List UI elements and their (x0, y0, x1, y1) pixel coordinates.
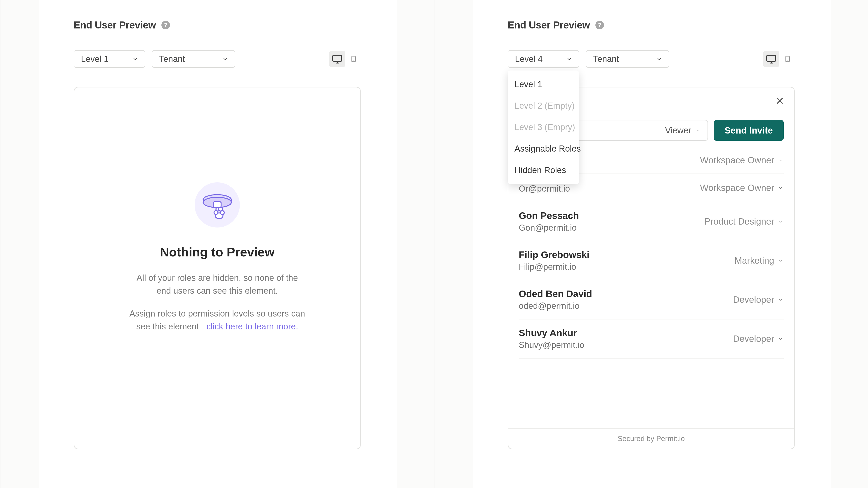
user-role-value: Developer (733, 295, 774, 305)
device-toggle (763, 51, 796, 67)
user-role-select[interactable]: Marketing (735, 256, 784, 266)
user-role-value: Product Designer (704, 217, 774, 227)
svg-rect-13 (767, 55, 776, 61)
level-select[interactable]: Level 4 (508, 50, 579, 68)
svg-rect-0 (333, 55, 342, 61)
secured-footer: Secured by Permit.io (508, 428, 794, 449)
level-option[interactable]: Hidden Roles (508, 160, 579, 181)
chevron-down-icon (132, 56, 138, 62)
help-icon[interactable]: ? (161, 21, 170, 29)
send-invite-button[interactable]: Send Invite (714, 120, 784, 141)
user-email: Or@permit.io (519, 184, 570, 194)
mobile-view-button[interactable] (779, 51, 796, 67)
tenant-select-value: Tenant (159, 54, 185, 64)
level-select-value: Level 1 (81, 54, 109, 64)
user-email: Shuvy@permit.io (519, 340, 584, 350)
preview-frame: Nothing to Preview All of your roles are… (74, 87, 361, 449)
user-row: Filip Grebowski Filip@permit.io Marketin… (519, 241, 784, 281)
level-option[interactable]: Assignable Roles (508, 138, 579, 160)
chevron-down-icon (777, 258, 784, 264)
desktop-view-button[interactable] (763, 51, 779, 67)
user-role-select[interactable]: Product Designer (704, 217, 784, 227)
user-row: Gon Pessach Gon@permit.io Product Design… (519, 202, 784, 241)
chevron-down-icon (222, 56, 228, 62)
user-role-select[interactable]: Workspace Owner (700, 155, 784, 165)
svg-point-12 (219, 207, 222, 211)
invite-role-select[interactable]: Viewer (665, 126, 701, 135)
chevron-down-icon (566, 56, 572, 62)
close-button[interactable] (775, 96, 784, 105)
page-title: End User Preview (74, 20, 156, 31)
learn-more-link[interactable]: click here to learn more. (206, 322, 298, 331)
chevron-down-icon (777, 157, 784, 164)
level-option: Level 2 (Empty) (508, 95, 579, 117)
page-title: End User Preview (508, 20, 590, 31)
user-email: Gon@permit.io (519, 223, 579, 233)
user-row: Oded Ben David oded@permit.io Developer (519, 281, 784, 320)
user-role-select[interactable]: Developer (733, 295, 784, 305)
chevron-down-icon (777, 336, 784, 342)
user-role-value: Workspace Owner (700, 155, 774, 165)
level-option: Level 3 (Empry) (508, 117, 579, 138)
tenant-select[interactable]: Tenant (586, 50, 669, 68)
level-select[interactable]: Level 1 (74, 50, 145, 68)
empty-heading: Nothing to Preview (129, 245, 305, 259)
user-name: Filip Grebowski (519, 250, 590, 260)
user-email: oded@permit.io (519, 301, 592, 311)
tenant-select-value: Tenant (593, 54, 619, 64)
level-dropdown: Level 1 Level 2 (Empty) Level 3 (Empry) … (508, 70, 579, 184)
device-toggle (329, 51, 362, 67)
level-option[interactable]: Level 1 (508, 74, 579, 95)
user-role-value: Workspace Owner (700, 183, 774, 193)
user-role-value: Marketing (735, 256, 774, 266)
chevron-down-icon (777, 185, 784, 191)
level-select-value: Level 4 (515, 54, 543, 64)
tenant-select[interactable]: Tenant (152, 50, 235, 68)
user-name: Shuvy Ankur (519, 328, 584, 338)
chevron-down-icon (694, 127, 701, 133)
empty-description-1: All of your roles are hidden, so none of… (129, 271, 305, 297)
chevron-down-icon (777, 297, 784, 303)
chevron-down-icon (656, 56, 662, 62)
empty-collar-icon (195, 182, 240, 228)
invite-role-value: Viewer (665, 126, 691, 135)
desktop-view-button[interactable] (329, 51, 345, 67)
chevron-down-icon (777, 219, 784, 225)
user-role-value: Developer (733, 334, 774, 344)
user-role-select[interactable]: Developer (733, 334, 784, 344)
help-icon[interactable]: ? (595, 21, 604, 29)
empty-description-2: Assign roles to permission levels so use… (129, 307, 305, 333)
user-name: Oded Ben David (519, 289, 592, 299)
mobile-view-button[interactable] (345, 51, 362, 67)
user-email: Filip@permit.io (519, 262, 590, 272)
svg-rect-7 (213, 202, 221, 207)
user-name: Gon Pessach (519, 210, 579, 221)
user-role-select[interactable]: Workspace Owner (700, 183, 784, 193)
user-row: Shuvy Ankur Shuvy@permit.io Developer (519, 320, 784, 359)
